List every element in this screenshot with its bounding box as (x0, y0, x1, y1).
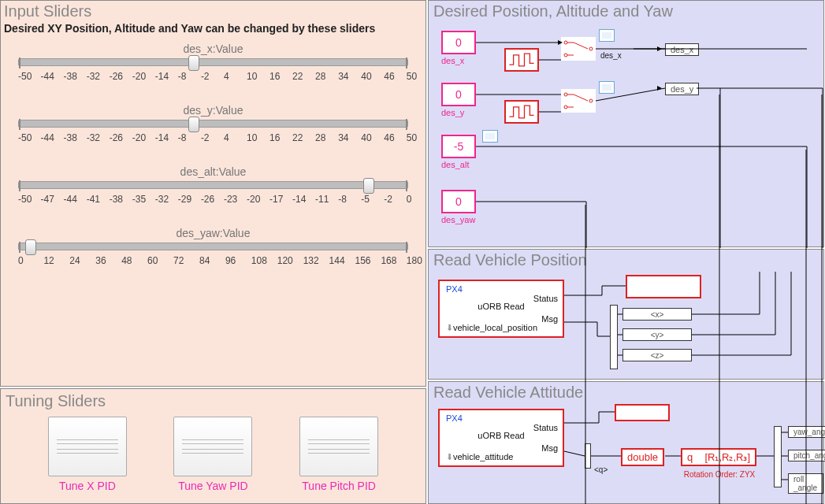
slider-des-alt-label: des_alt:Value (18, 165, 408, 178)
slider-des-x-track[interactable] (18, 58, 408, 66)
slider-des-yaw-track[interactable] (18, 243, 408, 250)
tune-pitch-pid-icon (299, 417, 378, 476)
slider-des-yaw-ticks: 0 12 24 36 48 60 72 84 96 108 120 132 14… (18, 255, 408, 266)
cast-double-block[interactable]: double (621, 448, 664, 466)
const-des-x-label: des_x (441, 56, 464, 65)
read-vehicle-attitude-panel: Read Vehicle Attitude PX4 uORB Read ⬇veh… (428, 381, 824, 504)
outport-yaw-angle[interactable]: yaw_angle (788, 426, 825, 438)
slider-des-y: des_y:Value -50 -44 -38 -32 -26 -20 -14 … (18, 104, 408, 143)
bus-selector-pos[interactable] (610, 305, 618, 369)
demux-angles[interactable] (774, 426, 782, 487)
down-arrow-icon: ⬇ (446, 323, 453, 332)
bus-signal-y: <y> (622, 328, 692, 341)
const-des-y[interactable]: 0 (441, 83, 476, 106)
slider-des-x-thumb[interactable] (188, 55, 199, 71)
slider-des-alt: des_alt:Value -50 -47 -44 -41 -38 -35 -3… (18, 165, 408, 205)
scope-des-alt[interactable] (482, 130, 498, 143)
tune-x-pid-label: Tune X PID (48, 480, 127, 492)
uorb-out-status: Status (533, 294, 558, 303)
tuning-sliders-panel: Tuning Sliders Tune X PID Tune Yaw PID T… (0, 388, 426, 504)
rva-title: Read Vehicle Attitude (433, 384, 823, 402)
outport-des-y[interactable]: des_y (665, 83, 699, 95)
outport-roll-angle[interactable]: roll _angle (788, 473, 823, 494)
desired-position-panel: Desired Position, Altitude and Yaw 0 des… (428, 0, 824, 247)
rvp-title: Read Vehicle Position (433, 251, 823, 269)
const-des-alt[interactable]: -5 (441, 135, 476, 158)
slider-des-alt-thumb[interactable] (363, 178, 374, 194)
uorb-topic: vehicle_local_position (453, 323, 537, 332)
const-des-x[interactable]: 0 (441, 31, 476, 54)
uorb-read-position-block[interactable]: PX4 uORB Read ⬇vehicle_local_position St… (438, 280, 564, 338)
signal-gen-y[interactable] (504, 100, 539, 124)
tune-yaw-pid-block[interactable]: Tune Yaw PID (173, 417, 252, 492)
signal-gen-x[interactable] (504, 48, 539, 72)
tune-x-pid-block[interactable]: Tune X PID (48, 417, 127, 492)
slider-des-yaw: des_yaw:Value 0 12 24 36 48 60 72 84 96 … (18, 227, 408, 266)
rotation-in: q (687, 451, 693, 463)
uorb-out-msg: Msg (541, 314, 558, 324)
input-sliders-panel: Input Sliders Desired XY Position, Altit… (0, 0, 426, 387)
uorb-read-attitude-block[interactable]: PX4 uORB Read ⬇vehicle_attitude Status M… (438, 409, 564, 467)
outport-des-x[interactable]: des_x (665, 43, 699, 56)
tune-x-pid-icon (48, 417, 127, 476)
tune-pitch-pid-block[interactable]: Tune Pitch PID (299, 417, 378, 492)
scope-des-x[interactable] (599, 29, 615, 42)
bus-signal-z: <z> (622, 349, 692, 361)
status-display-pos[interactable] (626, 275, 701, 298)
bus-selector-att[interactable] (585, 443, 591, 469)
scope-des-y[interactable] (599, 81, 615, 94)
uorb-att-topic: vehicle_attitude (453, 452, 513, 461)
slider-des-alt-track[interactable] (18, 181, 408, 189)
uorb-vendor: PX4 (446, 284, 463, 294)
slider-des-alt-ticks: -50 -47 -44 -41 -38 -35 -32 -29 -26 -23 … (18, 194, 408, 205)
outport-pitch-angle[interactable]: pitch_angle (788, 450, 825, 461)
svg-point-3 (564, 93, 567, 96)
down-arrow-icon: ⬇ (446, 452, 453, 461)
rotation-block[interactable]: q [R₁,R₂,R₃] (681, 448, 756, 466)
bus-signal-q: <q> (594, 465, 608, 474)
status-display-att[interactable] (615, 404, 670, 421)
uorb-att-out-status: Status (533, 423, 558, 432)
svg-point-4 (564, 106, 567, 109)
slider-des-yaw-label: des_yaw:Value (18, 227, 408, 239)
slider-des-y-ticks: -50 -44 -38 -32 -26 -20 -14 -8 -2 4 10 1… (18, 132, 408, 143)
const-des-yaw-label: des_yaw (441, 215, 475, 224)
switch-des-x[interactable] (561, 37, 596, 61)
svg-point-2 (589, 47, 593, 50)
switch-des-x-out-label: des_x (600, 51, 622, 60)
rotation-order-label: Rotation Order: ZYX (674, 470, 764, 479)
slider-des-x-ticks: -50 -44 -38 -32 -26 -20 -14 -8 -2 4 10 1… (18, 71, 408, 82)
tune-yaw-pid-icon (173, 417, 252, 476)
tune-pitch-pid-label: Tune Pitch PID (299, 480, 378, 492)
const-des-yaw[interactable]: 0 (441, 190, 476, 213)
switch-des-y[interactable] (561, 89, 596, 113)
rotation-out: [R₁,R₂,R₃] (704, 451, 750, 463)
bus-signal-x: <x> (622, 308, 692, 321)
svg-point-0 (564, 41, 567, 44)
tune-yaw-pid-label: Tune Yaw PID (173, 480, 252, 492)
tuning-title: Tuning Sliders (6, 392, 426, 410)
const-des-y-label: des_y (441, 108, 464, 117)
slider-des-y-track[interactable] (18, 120, 408, 128)
svg-point-5 (589, 99, 593, 102)
input-sliders-subtitle: Desired XY Position, Altitude and Yaw ca… (4, 22, 426, 35)
input-sliders-title: Input Sliders (4, 2, 426, 20)
uorb-att-out-msg: Msg (541, 443, 558, 453)
desired-position-title: Desired Position, Altitude and Yaw (433, 2, 823, 20)
slider-des-y-thumb[interactable] (188, 117, 199, 132)
const-des-alt-label: des_alt (441, 160, 469, 169)
slider-des-x: des_x:Value -50 -44 -38 -32 -26 -20 -14 … (18, 43, 408, 82)
read-vehicle-position-panel: Read Vehicle Position PX4 uORB Read ⬇veh… (428, 249, 824, 380)
slider-des-yaw-thumb[interactable] (25, 239, 36, 255)
slider-des-x-label: des_x:Value (18, 43, 408, 55)
svg-point-1 (564, 54, 567, 57)
slider-des-y-label: des_y:Value (18, 104, 408, 117)
uorb-att-vendor: PX4 (446, 413, 463, 423)
